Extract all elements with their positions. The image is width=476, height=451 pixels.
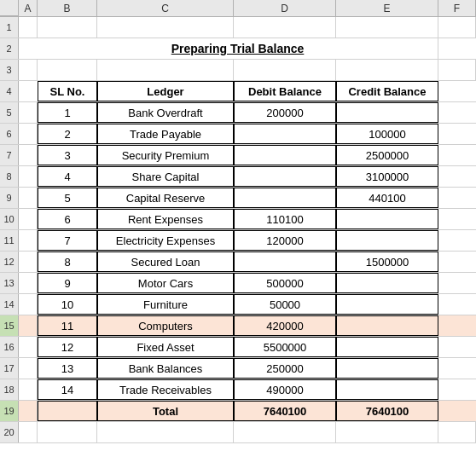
cell-14f: [438, 294, 476, 315]
cell-8a: [19, 166, 38, 187]
rownum-13: 13: [0, 273, 19, 293]
corner-header: [0, 0, 19, 16]
cell-13b: 9: [38, 273, 97, 293]
cell-16f: [438, 337, 476, 357]
cell-18f: [438, 379, 476, 400]
row-7: 7 3 Security Premium 2500000: [0, 145, 476, 166]
cell-3d: [234, 60, 336, 80]
cell-11a: [19, 230, 38, 251]
cell-20b: [38, 422, 97, 442]
row-8: 8 4 Share Capital 3100000: [0, 166, 476, 188]
rownum-19: 19: [0, 401, 19, 421]
cell-18b: 14: [38, 379, 97, 400]
cell-9f: [438, 188, 476, 208]
cell-3a: [19, 60, 38, 80]
cell-18d: 490000: [234, 379, 336, 400]
row-14: 14 10 Furniture 50000: [0, 294, 476, 315]
row-5: 5 1 Bank Overdraft 200000: [0, 102, 476, 124]
header-ledger: Ledger: [97, 81, 234, 101]
rownum-3: 3: [0, 60, 19, 80]
cell-7d: [234, 145, 336, 165]
total-row: 19 Total 7640100 7640100: [0, 401, 476, 422]
rownum-12: 12: [0, 252, 19, 272]
cell-1a: [19, 17, 38, 38]
row-13: 13 9 Motor Cars 500000: [0, 273, 476, 294]
row-1: 1: [0, 17, 476, 38]
cell-20e: [336, 422, 438, 442]
cell-8c: Share Capital: [97, 166, 234, 187]
col-header-a: A: [19, 0, 38, 16]
row-20: 20: [0, 422, 476, 443]
column-headers: A B C D E F: [0, 0, 476, 17]
cell-15d: 420000: [234, 315, 336, 336]
cell-1e: [336, 17, 438, 38]
cell-17c: Bank Balances: [97, 358, 234, 379]
cell-9b: 5: [38, 188, 97, 208]
cell-10e: [336, 209, 438, 229]
cell-18e: [336, 379, 438, 400]
cell-17d: 250000: [234, 358, 336, 379]
cell-12d: [234, 252, 336, 272]
col-header-c: C: [97, 0, 234, 16]
cell-9d: [234, 188, 336, 208]
cell-16a: [19, 337, 38, 357]
row-12: 12 8 Secured Loan 1500000: [0, 252, 476, 273]
row-6: 6 2 Trade Payable 100000: [0, 124, 476, 145]
cell-4a: [19, 81, 38, 101]
cell-8d: [234, 166, 336, 187]
rownum-14: 14: [0, 294, 19, 315]
cell-8b: 4: [38, 166, 97, 187]
cell-15c: Computers: [97, 315, 234, 336]
cell-18a: [19, 379, 38, 400]
cell-10c: Rent Expenses: [97, 209, 234, 229]
cell-13d: 500000: [234, 273, 336, 293]
cell-11c: Electricity Expenses: [97, 230, 234, 251]
header-sl: SL No.: [38, 81, 97, 101]
cell-15b: 11: [38, 315, 97, 336]
col-header-d: D: [234, 0, 336, 16]
cell-5b: 1: [38, 102, 97, 123]
rownum-20: 20: [0, 422, 19, 442]
rownum-4: 4: [0, 81, 19, 101]
header-credit: Credit Balance: [336, 81, 438, 101]
title-cell: Preparing Trial Balance: [38, 38, 438, 59]
cell-5f: [438, 102, 476, 123]
cell-14e: [336, 294, 438, 315]
rownum-2: 2: [0, 38, 19, 59]
cell-7f: [438, 145, 476, 165]
col-header-b: B: [38, 0, 97, 16]
rownum-11: 11: [0, 230, 19, 251]
cell-13a: [19, 273, 38, 293]
data-rows: 5 1 Bank Overdraft 200000 6 2 Trade Paya…: [0, 102, 476, 401]
table-header-row: 4 SL No. Ledger Debit Balance Credit Bal…: [0, 81, 476, 102]
row-3: 3: [0, 60, 476, 81]
rownum-1: 1: [0, 17, 19, 38]
col-header-f: F: [438, 0, 476, 16]
row-16: 16 12 Fixed Asset 5500000: [0, 337, 476, 358]
cell-15e: [336, 315, 438, 336]
rownum-16: 16: [0, 337, 19, 357]
cell-16c: Fixed Asset: [97, 337, 234, 357]
row-11: 11 7 Electricity Expenses 120000: [0, 230, 476, 252]
row-2: 2 Preparing Trial Balance: [0, 38, 476, 60]
cell-15f: [438, 315, 476, 336]
header-debit: Debit Balance: [234, 81, 336, 101]
cell-1b: [38, 17, 97, 38]
total-credit: 7640100: [336, 401, 438, 421]
cell-8e: 3100000: [336, 166, 438, 187]
cell-16b: 12: [38, 337, 97, 357]
cell-12c: Secured Loan: [97, 252, 234, 272]
cell-10d: 110100: [234, 209, 336, 229]
cell-15a: [19, 315, 38, 336]
cell-5a: [19, 102, 38, 123]
cell-7b: 3: [38, 145, 97, 165]
cell-20c: [97, 422, 234, 442]
cell-1c: [97, 17, 234, 38]
cell-20d: [234, 422, 336, 442]
total-cell-f: [438, 401, 476, 421]
cell-14a: [19, 294, 38, 315]
cell-11e: [336, 230, 438, 251]
cell-12f: [438, 252, 476, 272]
row-18: 18 14 Trade Receivables 490000: [0, 379, 476, 401]
rownum-15: 15: [0, 315, 19, 336]
